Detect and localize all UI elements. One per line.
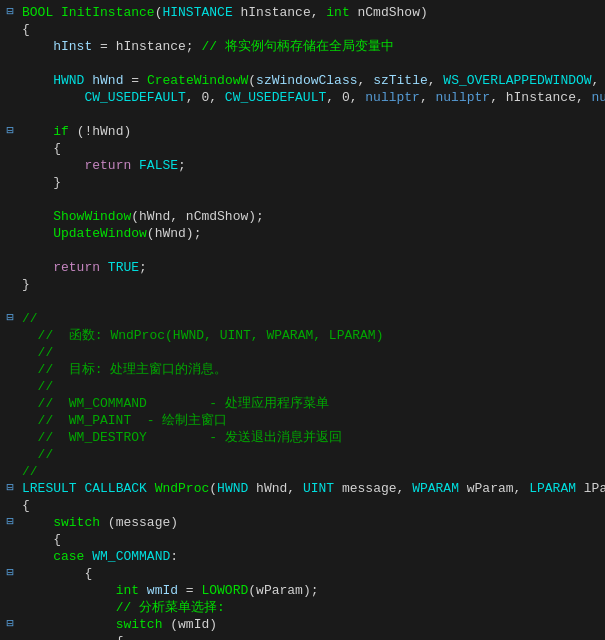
token-comment: // 函数: WndProc(HWND, UINT, WPARAM, LPARA…: [38, 328, 384, 343]
token-macro: CW_USEDEFAULT: [225, 90, 326, 105]
token-comment: // WM_DESTROY - 发送退出消息并返回: [38, 430, 342, 445]
code-line: ShowWindow(hWnd, nCmdShow);: [0, 208, 605, 225]
line-gutter[interactable]: ⊟: [0, 616, 20, 633]
code-line: // 函数: WndProc(HWND, UINT, WPARAM, LPARA…: [0, 327, 605, 344]
token-comment: //: [38, 447, 54, 462]
token-macro: FALSE: [139, 158, 178, 173]
line-content: hInst = hInstance; // 将实例句柄存储在全局变量中: [20, 38, 605, 55]
code-line: int wmId = LOWORD(wParam);: [0, 582, 605, 599]
token-comment: //: [22, 311, 38, 326]
token-plain: (!hWnd): [69, 124, 131, 139]
code-line: UpdateWindow(hWnd);: [0, 225, 605, 242]
code-line: {: [0, 633, 605, 640]
token-null-kw: nullptr: [592, 90, 605, 105]
token-var: wmId: [147, 583, 178, 598]
line-gutter[interactable]: ⊟: [0, 480, 20, 497]
code-line: ⊟ {: [0, 565, 605, 582]
indent-space: [22, 566, 84, 581]
indent-space: [22, 617, 116, 632]
code-line: return FALSE;: [0, 157, 605, 174]
line-content: [20, 106, 605, 123]
indent-space: [22, 413, 38, 428]
token-plain: }: [53, 175, 61, 190]
token-var: szTitle: [373, 73, 428, 88]
token-plain: {: [22, 22, 30, 37]
token-kw: BOOL: [22, 5, 53, 20]
line-content: int wmId = LOWORD(wParam);: [20, 582, 605, 599]
indent-space: [22, 209, 53, 224]
token-plain: wParam,: [459, 481, 529, 496]
code-line: //: [0, 378, 605, 395]
token-plain: [131, 158, 139, 173]
line-gutter[interactable]: ⊟: [0, 123, 20, 140]
token-plain: ;: [139, 260, 147, 275]
token-ret: return: [84, 158, 131, 173]
indent-space: [22, 379, 38, 394]
token-plain: ,: [592, 73, 600, 88]
line-content: BOOL InitInstance(HINSTANCE hInstance, i…: [20, 4, 605, 21]
line-content: return FALSE;: [20, 157, 605, 174]
indent-space: [22, 90, 84, 105]
token-fn: LOWORD: [201, 583, 248, 598]
line-gutter[interactable]: ⊟: [0, 514, 20, 531]
code-line: }: [0, 174, 605, 191]
token-macro: HWND: [217, 481, 248, 496]
indent-space: [22, 226, 53, 241]
token-macro: WPARAM: [412, 481, 459, 496]
code-line: hInst = hInstance; // 将实例句柄存储在全局变量中: [0, 38, 605, 55]
token-macro: CALLBACK: [84, 481, 146, 496]
code-line: //: [0, 463, 605, 480]
indent-space: [22, 583, 116, 598]
token-plain: =: [123, 73, 146, 88]
line-content: LRESULT CALLBACK WndProc(HWND hWnd, UINT…: [20, 480, 605, 497]
indent-space: [22, 362, 38, 377]
line-content: // 目标: 处理主窗口的消息。: [20, 361, 605, 378]
token-comment: // 目标: 处理主窗口的消息。: [38, 362, 228, 377]
token-null-kw: nullptr: [436, 90, 491, 105]
token-macro: CW_USEDEFAULT: [84, 90, 185, 105]
token-comment: //: [22, 464, 38, 479]
token-var: hWnd: [92, 73, 123, 88]
token-kw: switch: [116, 617, 163, 632]
token-macro: LRESULT: [22, 481, 77, 496]
line-content: [20, 55, 605, 72]
line-content: case WM_COMMAND:: [20, 548, 605, 565]
line-content: [20, 293, 605, 310]
token-fn: ShowWindow: [53, 209, 131, 224]
code-line: ⊟ switch (wmId): [0, 616, 605, 633]
line-content: {: [20, 497, 605, 514]
token-plain: nCmdShow): [350, 5, 428, 20]
token-kw: int: [326, 5, 349, 20]
line-gutter[interactable]: ⊟: [0, 4, 20, 21]
code-line: [0, 55, 605, 72]
line-content: {: [20, 531, 605, 548]
line-gutter[interactable]: ⊟: [0, 565, 20, 582]
token-fn: CreateWindowW: [147, 73, 248, 88]
token-var: hInst: [53, 39, 92, 54]
line-content: //: [20, 344, 605, 361]
token-comment: // WM_COMMAND - 处理应用程序菜单: [38, 396, 329, 411]
indent-space: [22, 447, 38, 462]
code-line: }: [0, 276, 605, 293]
code-line: [0, 293, 605, 310]
token-plain: (message): [100, 515, 178, 530]
line-content: return TRUE;: [20, 259, 605, 276]
token-plain: , 0,: [186, 90, 225, 105]
token-plain: ,: [428, 73, 444, 88]
token-plain: }: [22, 277, 30, 292]
code-line: // WM_COMMAND - 处理应用程序菜单: [0, 395, 605, 412]
token-plain: message,: [334, 481, 412, 496]
line-content: {: [20, 21, 605, 38]
indent-space: [22, 549, 53, 564]
indent-space: [22, 345, 38, 360]
line-content: //: [20, 378, 605, 395]
code-line: case WM_COMMAND:: [0, 548, 605, 565]
token-macro: LPARAM: [529, 481, 576, 496]
token-plain: , hInstance,: [490, 90, 591, 105]
token-macro: UINT: [303, 481, 334, 496]
token-plain: lParam): [576, 481, 605, 496]
token-plain: ,: [420, 90, 436, 105]
token-plain: (hWnd, nCmdShow);: [131, 209, 264, 224]
line-gutter[interactable]: ⊟: [0, 310, 20, 327]
indent-space: [22, 532, 53, 547]
